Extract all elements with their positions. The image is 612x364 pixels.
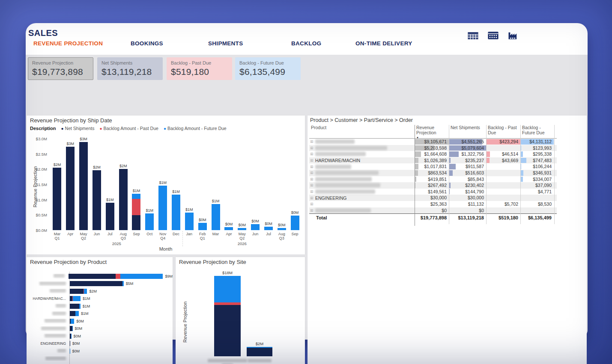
product-bar-row[interactable]: $5M <box>27 280 173 287</box>
product-cell[interactable]: ⊞ <box>309 139 415 144</box>
bar-segment-future[interactable] <box>122 281 124 286</box>
bar-segment-future[interactable] <box>73 296 81 301</box>
product-bar-row[interactable]: $9M <box>27 272 173 280</box>
expand-icon[interactable]: ⊞ <box>310 171 315 175</box>
bar-jul-2026[interactable]: $0M <box>262 137 275 230</box>
site-bar-1[interactable]: $18M <box>214 270 241 356</box>
bar-segment-future-due[interactable] <box>212 204 220 230</box>
site-bar-2[interactable]: $2M <box>247 270 272 356</box>
bar-segment-future[interactable] <box>120 274 163 279</box>
bar-segment-future-due[interactable] <box>158 186 167 230</box>
bar-segment-future-due[interactable] <box>172 195 180 230</box>
bar-segment-net[interactable] <box>70 281 122 286</box>
table-row[interactable]: ⊞$1,017,831$911,587$106,244 <box>309 163 557 170</box>
product-cell[interactable]: ⊞HARDWARE/MACHIN <box>309 158 415 163</box>
product-bar[interactable] <box>70 296 81 301</box>
bar-segment-future-due[interactable] <box>145 213 154 230</box>
table-row[interactable]: ⊞ENGINEERING$30,000$30,000 <box>309 195 557 201</box>
kpi-card-3[interactable]: Backlog - Past Due$519,180 <box>167 57 232 80</box>
product-bar-row[interactable]: $0M <box>27 332 173 340</box>
product-bar-row[interactable]: $0M <box>27 317 173 325</box>
product-cell[interactable]: ⊞ <box>309 183 415 187</box>
bar-segment-net[interactable] <box>70 304 79 309</box>
legend-item[interactable]: ●Backlog Amount - Future Due <box>164 126 227 131</box>
bar-segment-net[interactable] <box>53 168 61 230</box>
bar-aug-2026[interactable]: $0M <box>275 137 288 230</box>
table-row[interactable]: ⊞$1,664,608$1,322,756$46,514$295,338 <box>309 151 557 157</box>
bar-segment-net[interactable] <box>79 142 88 230</box>
bar-sep-2026[interactable]: $0M <box>288 137 302 230</box>
bar-segment-net[interactable] <box>70 341 70 346</box>
bar-nov-2025[interactable]: $1M <box>156 137 170 230</box>
product-cell[interactable]: ⊞ <box>309 165 415 169</box>
bar-jun-2025[interactable]: $2M <box>90 137 104 230</box>
product-cell[interactable]: ⊞ <box>309 189 415 194</box>
factory-icon[interactable] <box>508 31 519 40</box>
bar-mar-2025[interactable]: $2M <box>51 137 64 230</box>
product-bar[interactable] <box>70 349 70 354</box>
bar-dec-2025[interactable]: $1M <box>170 137 183 230</box>
bar-aug-2025[interactable]: $2M <box>116 137 130 230</box>
bar-segment-future-due[interactable] <box>238 228 246 230</box>
tab-shipments[interactable]: SHIPMENTS <box>208 40 243 47</box>
column-header-4[interactable]: Backlog - Future Due <box>520 125 554 135</box>
product-bar[interactable] <box>70 304 81 309</box>
bar-segment-future-due[interactable] <box>132 194 140 199</box>
table-row[interactable]: ⊞$9,105,671$4,551,265$423,294$4,131,112 <box>309 139 557 145</box>
table-row[interactable]: ⊞$419,851$85,843$334,007 <box>309 176 557 183</box>
tab-bookings[interactable]: BOOKINGS <box>131 40 163 47</box>
bar-segment-future[interactable] <box>71 319 74 324</box>
product-bar[interactable] <box>70 281 124 286</box>
expand-icon[interactable]: ⊞ <box>310 158 315 163</box>
bar-segment-future-due[interactable] <box>278 228 286 230</box>
bar-segment-net[interactable] <box>93 170 101 230</box>
tab-backlog[interactable]: BACKLOG <box>291 40 321 47</box>
expand-icon[interactable]: ⊞ <box>310 196 315 200</box>
expand-icon[interactable]: ⊞ <box>310 183 315 187</box>
expand-icon[interactable]: ⊞ <box>310 139 315 144</box>
product-bar-row[interactable]: ENGINEERING$0M <box>27 340 173 347</box>
bar-segment-net[interactable] <box>119 169 128 230</box>
bar-segment-future[interactable] <box>84 289 87 294</box>
table-row[interactable]: ⊞$267,492$230,402$37,090 <box>309 182 557 189</box>
product-bar[interactable] <box>70 289 87 294</box>
bar-segment-past-due[interactable] <box>132 199 140 215</box>
column-header-2[interactable]: Net Shipments <box>449 125 486 130</box>
bar-segment-net[interactable] <box>106 203 114 230</box>
bar-oct-2025[interactable]: $1M <box>143 137 156 230</box>
product-cell[interactable]: ⊞ <box>309 202 415 206</box>
product-cell[interactable]: ⊞ <box>309 152 415 156</box>
legend-item[interactable]: ●Net Shipments <box>61 126 95 131</box>
bar-segment-future[interactable] <box>79 304 81 309</box>
expand-icon[interactable]: ⊞ <box>310 165 315 169</box>
bar-segment-future-due[interactable] <box>224 227 233 230</box>
calendar-table-icon[interactable] <box>487 31 499 40</box>
column-header-3[interactable]: Backlog - Past Due <box>486 125 520 135</box>
bar-segment-net[interactable] <box>70 289 84 294</box>
bar-apr-2025[interactable]: $3M <box>64 137 77 230</box>
column-header-product[interactable]: Product <box>309 125 415 130</box>
product-bar-row[interactable]: $0M <box>27 347 173 355</box>
table-row[interactable]: ⊞$25,363$11,132$5,702$8,530 <box>309 201 557 207</box>
bar-segment-future[interactable] <box>75 311 79 316</box>
bar-apr-2026[interactable]: $0M <box>222 137 236 230</box>
bar-sep-2025[interactable]: $1M <box>130 137 143 230</box>
bar-segment-future[interactable] <box>72 326 73 331</box>
bar-segment-future-due[interactable] <box>264 227 273 230</box>
bar-segment-future-due[interactable] <box>291 216 299 230</box>
bar-may-2025[interactable]: $3M <box>77 137 90 230</box>
product-bar[interactable] <box>70 326 73 331</box>
product-cell[interactable]: ⊞ <box>309 171 415 175</box>
expand-icon[interactable]: ⊞ <box>310 146 315 150</box>
legend-item[interactable]: ●Backlog Amount - Past Due <box>99 126 158 131</box>
bar-jan-2026[interactable]: $1M <box>182 137 196 230</box>
table-row[interactable]: ⊞$149,561$144,790$4,771 <box>309 189 557 195</box>
product-bar[interactable] <box>70 341 70 346</box>
expand-icon[interactable]: ⊞ <box>310 177 315 181</box>
kpi-card-4[interactable]: Backlog - Future Due$6,135,499 <box>235 57 301 80</box>
bar-segment-net[interactable] <box>66 147 75 230</box>
bar-segment-past[interactable] <box>116 274 120 279</box>
bar-may-2026[interactable]: $0M <box>236 137 249 230</box>
product-bar-row[interactable] <box>27 355 173 362</box>
bar-segment-net[interactable] <box>69 274 116 279</box>
